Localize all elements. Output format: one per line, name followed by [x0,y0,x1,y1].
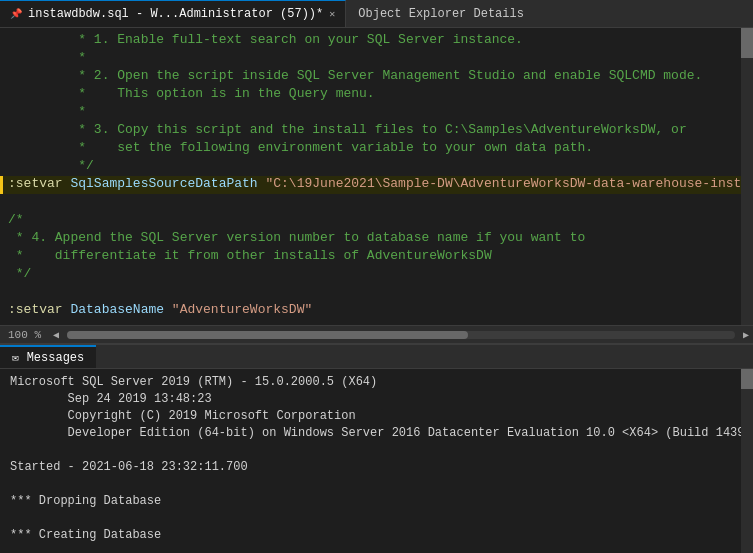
code-text: * [8,50,86,65]
result-line-3: Copyright (C) 2019 Microsoft Corporation [10,409,731,426]
tab-label: instawdbdw.sql - W...Administrator (57))… [28,7,323,21]
code-line-12: * 4. Append the SQL Server version numbe… [0,230,753,248]
code-line-6: * 3. Copy this script and the install fi… [0,122,753,140]
results-pane: ✉ Messages Microsoft SQL Server 2019 (RT… [0,343,753,553]
results-tabs: ✉ Messages [0,345,753,369]
code-text [8,194,16,209]
code-line-15 [0,284,753,302]
code-line-7: * set the following environment variable… [0,140,753,158]
code-text: SqlSamplesSourceDataPath [70,176,265,191]
main-container: * 1. Enable full-text search on your SQL… [0,28,753,553]
code-line-11: /* [0,212,753,230]
code-line-9: :setvar SqlSamplesSourceDataPath "C:\19J… [0,176,753,194]
tab-bar: 📌 instawdbdw.sql - W...Administrator (57… [0,0,753,28]
code-line-14: */ [0,266,753,284]
code-text: * 2. Open the script inside SQL Server M… [8,68,702,83]
scroll-left-button[interactable]: ◀ [49,329,63,341]
code-text: * This option is in the Query menu. [8,86,375,101]
result-line-6: Started - 2021-06-18 23:32:11.700 [10,460,731,477]
messages-icon: ✉ [12,351,19,364]
editor-vscroll-thumb[interactable] [741,28,753,58]
result-line-9 [10,511,731,528]
result-text: Microsoft SQL Server 2019 (RTM) - 15.0.2… [10,375,377,389]
code-line-10 [0,194,753,212]
code-text: :setvar [8,302,70,317]
code-text: * 3. Copy this script and the install fi… [8,122,687,137]
result-text: Copyright (C) 2019 Microsoft Corporation [10,409,356,423]
tab-messages[interactable]: ✉ Messages [0,345,96,368]
result-text: Developer Edition (64-bit) on Windows Se… [10,426,741,440]
code-text: "AdventureWorksDW" [172,302,312,317]
editor-area[interactable]: * 1. Enable full-text search on your SQL… [0,28,753,325]
code-text: * 4. Append the SQL Server version numbe… [8,230,585,245]
result-text [10,477,17,491]
result-line-10: *** Creating Database [10,528,731,545]
messages-tab-label: Messages [27,351,85,365]
result-text: Started - 2021-06-18 23:32:11.700 [10,460,248,474]
result-text: Sep 24 2019 13:48:23 [10,392,212,406]
scroll-right-button[interactable]: ▶ [739,329,753,341]
result-text [10,545,17,553]
result-line-7 [10,477,731,494]
code-line-3: * 2. Open the script inside SQL Server M… [0,68,753,86]
code-text: :setvar [8,176,70,191]
result-text: *** Creating Database [10,528,161,542]
code-text: DatabaseName [70,302,171,317]
hscroll-container: 100 % ◀ ▶ [0,325,753,343]
code-text [8,284,16,299]
code-line-2: * [0,50,753,68]
code-text: * [8,104,86,119]
scroll-left-icon[interactable]: ◀ [49,329,63,341]
code-text: * set the following environment variable… [8,140,593,155]
code-text: /* [8,212,24,227]
zoom-label: 100 % [0,329,49,341]
result-line-8: *** Dropping Database [10,494,731,511]
result-text: *** Dropping Database [10,494,161,508]
code-text: * 1. Enable full-text search on your SQL… [8,32,523,47]
code-content: * 1. Enable full-text search on your SQL… [0,28,753,325]
result-line-2: Sep 24 2019 13:48:23 [10,392,731,409]
result-line-5 [10,443,731,460]
code-text: */ [8,266,31,281]
code-line-8: */ [0,158,753,176]
code-text: */ [8,158,94,173]
results-content[interactable]: Microsoft SQL Server 2019 (RTM) - 15.0.2… [0,369,741,553]
results-vscrollbar[interactable] [741,369,753,553]
code-text: "C:\19June2021\Sample-DW\AdventureWorksD… [265,176,753,191]
result-line-4: Developer Edition (64-bit) on Windows Se… [10,426,731,443]
result-line-11 [10,545,731,553]
result-text [10,443,17,457]
tab-instawdbdw[interactable]: 📌 instawdbdw.sql - W...Administrator (57… [0,0,346,27]
hscroll-track[interactable] [67,331,735,339]
result-line-1: Microsoft SQL Server 2019 (RTM) - 15.0.2… [10,375,731,392]
results-vscroll-thumb[interactable] [741,369,753,389]
code-line-4: * This option is in the Query menu. [0,86,753,104]
code-line-1: * 1. Enable full-text search on your SQL… [0,32,753,50]
code-line-5: * [0,104,753,122]
object-explorer-label: Object Explorer Details [358,7,524,21]
results-inner: Microsoft SQL Server 2019 (RTM) - 15.0.2… [0,369,753,553]
result-text [10,511,17,525]
code-line-16: :setvar DatabaseName "AdventureWorksDW" [0,302,753,320]
code-text: * differentiate it from other installs o… [8,248,492,263]
editor-vscrollbar[interactable] [741,28,753,325]
tab-close-button[interactable]: ✕ [329,8,335,20]
hscroll-thumb[interactable] [67,331,468,339]
tab-object-explorer[interactable]: Object Explorer Details [346,0,536,27]
scroll-right-icon[interactable]: ▶ [739,329,753,341]
code-line-13: * differentiate it from other installs o… [0,248,753,266]
pin-icon: 📌 [10,8,22,20]
